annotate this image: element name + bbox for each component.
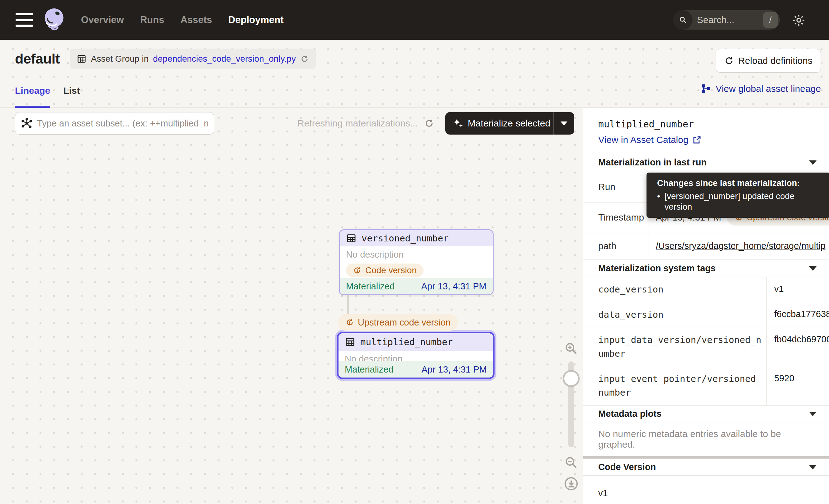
tooltip-bullet: •	[657, 191, 660, 212]
refresh-materializations-icon[interactable]	[424, 118, 434, 128]
code-version-badge-label: Code version	[365, 265, 417, 275]
view-global-asset-lineage-label: View global asset lineage	[716, 83, 821, 94]
row-key: input_event_pointer/versioned_number	[583, 366, 767, 405]
page-background: default Asset Group in dependencies_code…	[0, 40, 829, 504]
selected-asset-title: multiplied_number	[598, 119, 814, 130]
section-header-code-version[interactable]: Code Version	[583, 459, 829, 476]
search-icon	[673, 10, 693, 30]
code-version-icon	[346, 318, 354, 327]
lineage-graph-icon	[701, 83, 711, 94]
asset-group-label: Asset Group in	[91, 54, 149, 64]
materialize-selected-button[interactable]: Materialize selected	[445, 112, 574, 135]
zoom-slider-handle[interactable]	[563, 370, 580, 387]
zoom-slider[interactable]	[568, 361, 574, 447]
chevron-down-icon	[809, 160, 817, 165]
asset-node-footer: Materialized Apr 13, 4:31 PM	[340, 278, 493, 294]
row-key: path	[583, 232, 648, 259]
asset-node-footer: Materialized Apr 13, 4:31 PM	[338, 361, 493, 377]
row-value: fb04dcb69700	[767, 327, 829, 366]
row-value: f6ccba177638	[767, 302, 829, 327]
dagster-logo-icon[interactable]	[41, 7, 66, 33]
upstream-code-version-badge: Upstream code version	[338, 314, 458, 331]
table-row-code-version: code_version v1	[583, 277, 829, 302]
asset-group-file-link[interactable]: dependencies_code_version_only.py	[153, 54, 296, 64]
asset-node-multiplied-number[interactable]: multiplied_number No description Materia…	[337, 332, 495, 379]
tab-list[interactable]: List	[63, 82, 80, 108]
download-image-icon[interactable]	[563, 476, 579, 492]
reload-definitions-button[interactable]: Reload definitions	[716, 49, 821, 73]
row-key: data_version	[583, 302, 767, 327]
zoom-in-icon[interactable]	[564, 341, 578, 356]
section-title: Code Version	[598, 462, 656, 472]
chevron-down-icon	[809, 412, 817, 416]
view-in-asset-catalog-label: View in Asset Catalog	[598, 135, 689, 145]
external-link-icon	[692, 135, 701, 145]
asset-node-versioned-number[interactable]: versioned_number No description Code ver…	[339, 229, 494, 295]
section-header-system-tags[interactable]: Materialization system tags	[583, 260, 829, 277]
view-global-asset-lineage-link[interactable]: View global asset lineage	[701, 83, 821, 94]
search-bar[interactable]: /	[673, 10, 780, 30]
nav-links: Overview Runs Assets Deployment	[81, 14, 283, 26]
table-row-input-event-pointer: input_event_pointer/versioned_number 592…	[583, 366, 829, 405]
chevron-down-icon	[561, 121, 567, 125]
upstream-code-version-label: Upstream code version	[358, 317, 450, 328]
row-value: 5920	[767, 366, 829, 405]
graph-zoom-controls	[560, 341, 582, 492]
system-tags-section: Materialization system tags code_version…	[583, 260, 829, 405]
section-title: Materialization in last run	[598, 157, 707, 168]
nav-item-runs[interactable]: Runs	[140, 14, 165, 26]
gear-icon[interactable]	[792, 13, 806, 27]
grid-icon	[77, 54, 86, 64]
search-shortcut-key: /	[763, 12, 778, 28]
row-key: Run	[583, 171, 648, 203]
asset-node-header: multiplied_number	[338, 333, 493, 351]
section-title: Materialization system tags	[598, 263, 716, 274]
materialized-timestamp[interactable]: Apr 13, 4:31 PM	[421, 281, 486, 292]
materialize-options-dropdown[interactable]	[554, 121, 574, 125]
search-input[interactable]	[693, 15, 763, 25]
chevron-down-icon	[809, 465, 817, 469]
nav-item-assets[interactable]: Assets	[180, 14, 212, 26]
asset-name: versioned_number	[362, 233, 448, 244]
row-key: Timestamp	[583, 203, 648, 232]
chevron-down-icon	[809, 266, 817, 271]
nav-item-deployment[interactable]: Deployment	[228, 14, 283, 26]
section-divider	[583, 456, 829, 459]
row-value: v1	[767, 277, 829, 302]
path-link[interactable]: /Users/sryza/dagster_home/storage/multip	[656, 241, 826, 251]
tooltip-item: [versioned_number] updated code version	[664, 191, 824, 212]
table-row-path: path /Users/sryza/dagster_home/storage/m…	[583, 232, 829, 260]
tab-lineage[interactable]: Lineage	[15, 82, 50, 108]
table-row-data-version: data_version f6ccba177638	[583, 302, 829, 327]
table-row-input-data-version: input_data_version/versioned_number fb04…	[583, 327, 829, 366]
menu-icon[interactable]	[15, 13, 33, 27]
section-header-materialization-last-run[interactable]: Materialization in last run	[583, 154, 829, 171]
materialized-timestamp[interactable]: Apr 13, 4:31 PM	[421, 364, 487, 375]
asset-name: multiplied_number	[360, 337, 453, 347]
section-header-metadata-plots[interactable]: Metadata plots	[583, 405, 829, 422]
asset-node-header: versioned_number	[340, 230, 493, 246]
page-header: default Asset Group in dependencies_code…	[0, 40, 829, 108]
asset-graph-icon	[21, 117, 33, 129]
materialize-selected-label: Materialize selected	[468, 118, 553, 129]
code-version-icon	[353, 266, 362, 275]
asset-subset-filter[interactable]	[15, 112, 214, 135]
asset-node-body: No description Code version	[340, 246, 493, 281]
asset-subset-input[interactable]	[37, 118, 208, 129]
top-nav: Overview Runs Assets Deployment /	[0, 0, 829, 40]
asset-description: No description	[346, 250, 486, 260]
materialized-status: Materialized	[346, 281, 395, 292]
reload-location-icon[interactable]	[300, 55, 309, 63]
view-tabs: Lineage List	[15, 82, 80, 108]
view-in-asset-catalog-link[interactable]: View in Asset Catalog	[598, 135, 701, 145]
zoom-out-icon[interactable]	[564, 456, 578, 470]
row-key: input_data_version/versioned_number	[583, 327, 767, 366]
metadata-plots-section: Metadata plots No numeric metadata entri…	[583, 405, 829, 456]
nav-item-overview[interactable]: Overview	[81, 14, 124, 26]
page-title: default	[15, 51, 60, 67]
tooltip-title: Changes since last materialization:	[657, 178, 824, 188]
reload-definitions-label: Reload definitions	[738, 56, 813, 66]
section-title: Metadata plots	[598, 409, 661, 419]
code-version-value: v1	[583, 476, 829, 504]
row-key: code_version	[583, 277, 767, 302]
